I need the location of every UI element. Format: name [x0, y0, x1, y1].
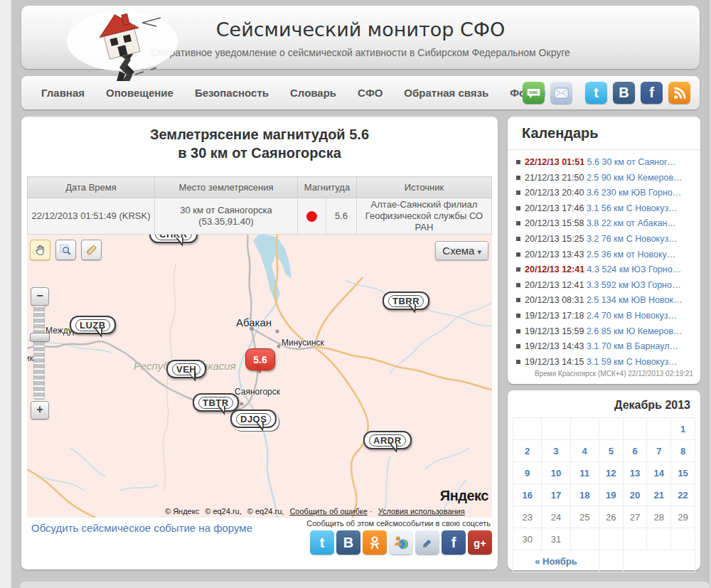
- calendar-day-link[interactable]: 9: [525, 468, 530, 479]
- calendar-day-link[interactable]: 18: [579, 490, 589, 501]
- calendar-day-link[interactable]: 1: [680, 424, 685, 434]
- calendar-day-link[interactable]: 22: [678, 490, 688, 501]
- station-marker-tbrr[interactable]: TBRR: [383, 292, 429, 310]
- event-link[interactable]: 3.8 22 км от Абакан…: [587, 218, 676, 228]
- calendar-day-link[interactable]: 15: [678, 468, 688, 479]
- yandex-map[interactable]: Схема▾ − + CHKR LUZB TBRR VEH TBTR DJOS …: [27, 235, 492, 518]
- calendar-day-cell[interactable]: 18: [570, 484, 599, 506]
- calendar-day-link[interactable]: 13: [630, 468, 640, 479]
- calendar-day-cell[interactable]: 7: [647, 440, 671, 462]
- calendar-day-link[interactable]: 4: [582, 446, 587, 456]
- calendar-day-link[interactable]: 11: [579, 468, 589, 479]
- sms-icon[interactable]: SMS: [523, 82, 545, 104]
- twitter-icon[interactable]: t: [585, 82, 607, 104]
- calendar-day-link[interactable]: 12: [606, 468, 616, 479]
- calendar-day-link[interactable]: 3: [553, 446, 558, 456]
- calendar-day-cell[interactable]: 19: [599, 484, 623, 506]
- calendar-day-cell[interactable]: 6: [623, 440, 647, 462]
- station-marker-ardr[interactable]: ARDR: [363, 431, 412, 449]
- calendar-day-link[interactable]: 10: [551, 468, 561, 479]
- ruler-tool-button[interactable]: [81, 240, 102, 260]
- moimir-icon[interactable]: [389, 530, 413, 555]
- calendar-day-cell[interactable]: 21: [647, 484, 671, 506]
- calendar-day-link[interactable]: 14: [654, 468, 664, 479]
- rss-icon[interactable]: [668, 82, 690, 104]
- zoom-slider-handle[interactable]: [30, 333, 50, 342]
- epicenter-marker[interactable]: 5.6: [245, 348, 275, 370]
- nav-item-5[interactable]: СФО: [358, 87, 383, 99]
- facebook-icon[interactable]: f: [442, 530, 466, 555]
- nav-item-6[interactable]: Обратная связь: [404, 87, 488, 99]
- event-link[interactable]: 2.6 85 км Ю Кемеров…: [587, 326, 683, 336]
- calendar-day-cell[interactable]: 20: [623, 484, 647, 506]
- event-link[interactable]: 3.2 76 км С Новокуз…: [587, 234, 678, 244]
- googleplus-icon[interactable]: g+: [468, 530, 492, 555]
- calendar-day-cell[interactable]: 5: [599, 440, 623, 462]
- zoom-out-button[interactable]: −: [31, 287, 49, 306]
- nav-item-3[interactable]: Безопасность: [195, 87, 269, 99]
- nav-item-1[interactable]: Главная: [41, 87, 85, 99]
- calendar-day-cell[interactable]: 16: [513, 484, 542, 506]
- yandex-logo[interactable]: Яндекс: [440, 488, 488, 504]
- prev-month-cell[interactable]: « Ноябрь: [513, 550, 599, 572]
- event-link[interactable]: 2.5 90 км Ю Кемеров…: [587, 173, 683, 183]
- calendar-day-cell[interactable]: 1: [671, 418, 695, 440]
- odnoklassniki-icon[interactable]: [363, 530, 387, 555]
- forum-discussion-link[interactable]: Обсудить сейсмическое событие на форуме: [31, 522, 252, 534]
- map-layer-button[interactable]: Схема▾: [435, 241, 488, 260]
- station-marker-tbtr[interactable]: TBTR: [193, 393, 239, 412]
- calendar-day-link[interactable]: 16: [522, 490, 532, 501]
- calendar-day-cell[interactable]: 17: [542, 484, 570, 506]
- calendar-day-link[interactable]: 19: [606, 490, 616, 501]
- calendar-day-link[interactable]: 7: [656, 446, 661, 456]
- event-link[interactable]: 3.6 230 км ЮВ Горно…: [587, 188, 681, 198]
- magnifier-zoom-tool-button[interactable]: [55, 240, 76, 260]
- station-marker-chkr[interactable]: CHKR: [149, 235, 198, 243]
- zoom-track[interactable]: [33, 306, 45, 400]
- calendar-day-link[interactable]: 20: [630, 490, 640, 501]
- calendar-day-cell[interactable]: 9: [513, 462, 542, 484]
- calendar-day-cell[interactable]: 4: [570, 440, 599, 462]
- calendar-day-cell[interactable]: 13: [623, 462, 647, 484]
- event-link[interactable]: 2.4 70 км В Новокуз…: [587, 311, 677, 321]
- calendar-day-link[interactable]: 5: [609, 446, 614, 456]
- calendar-day-link[interactable]: 6: [632, 446, 637, 456]
- calendar-day-cell[interactable]: 2: [513, 440, 542, 462]
- calendar-day-cell[interactable]: 3: [542, 440, 570, 462]
- nav-item-2[interactable]: Оповещение: [106, 87, 173, 99]
- event-link[interactable]: 2.5 134 км ЮВ Новок…: [587, 295, 683, 305]
- calendar-day-cell[interactable]: 11: [570, 462, 599, 484]
- twitter-icon[interactable]: t: [310, 530, 334, 555]
- nav-item-4[interactable]: Словарь: [290, 87, 336, 99]
- vk-icon[interactable]: B: [336, 530, 360, 555]
- calendar-day-cell[interactable]: 22: [671, 484, 695, 506]
- station-marker-veh[interactable]: VEH: [166, 360, 206, 378]
- prev-month-link[interactable]: « Ноябрь: [535, 556, 577, 567]
- terms-of-use-link[interactable]: Условия использования: [378, 507, 465, 515]
- livejournal-icon[interactable]: [415, 530, 439, 555]
- event-link[interactable]: 2.5 36 км от Новоку…: [587, 250, 675, 260]
- station-marker-djos[interactable]: DJOS: [230, 410, 277, 428]
- facebook-icon[interactable]: f: [641, 82, 663, 104]
- calendar-day-cell[interactable]: 12: [599, 462, 623, 484]
- event-link[interactable]: 3.1 70 км В Барнаул…: [587, 341, 678, 351]
- vk-icon[interactable]: B: [613, 82, 635, 104]
- event-link[interactable]: 3.3 592 км ЮЗ Горно…: [587, 280, 681, 290]
- calendar-day-link[interactable]: 17: [551, 490, 561, 501]
- station-marker-luzb[interactable]: LUZB: [70, 316, 116, 334]
- event-link[interactable]: 4.3 524 км ЮЗ Горно…: [587, 264, 682, 274]
- calendar-day-link[interactable]: 8: [680, 446, 685, 456]
- calendar-day-link[interactable]: 2: [525, 446, 530, 456]
- pan-hand-tool-button[interactable]: [30, 240, 50, 260]
- email-icon[interactable]: [550, 82, 572, 104]
- report-error-link[interactable]: Сообщить об ошибке: [289, 507, 367, 515]
- zoom-in-button[interactable]: +: [31, 401, 49, 419]
- calendar-day-cell[interactable]: 14: [647, 462, 671, 484]
- event-link[interactable]: 3.1 59 км С Новокуз…: [587, 357, 678, 367]
- calendar-day-link[interactable]: 21: [654, 490, 664, 501]
- event-link[interactable]: 3.1 56 км С Новокуз…: [587, 203, 678, 213]
- calendar-day-cell[interactable]: 8: [671, 440, 695, 462]
- calendar-day-cell[interactable]: 10: [542, 462, 570, 484]
- calendar-day-cell[interactable]: 15: [671, 462, 695, 484]
- event-link[interactable]: 5.6 30 км от Саяног…: [587, 157, 676, 167]
